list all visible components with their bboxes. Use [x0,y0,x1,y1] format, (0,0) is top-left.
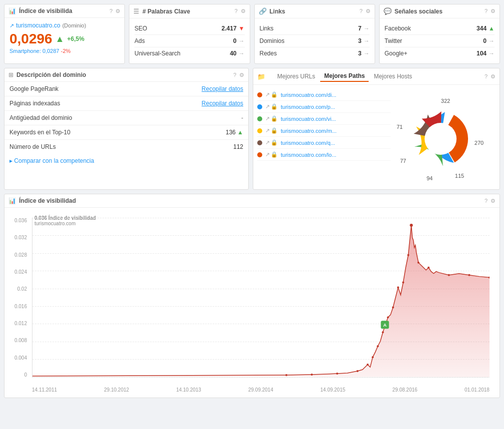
path-icons: ↗ 🔒 [265,103,278,110]
social-row: Google+104 → [385,47,495,59]
data-point [336,373,338,375]
path-icons: ↗ 🔒 [265,151,278,158]
collect-data-link[interactable]: Recopilar datos [202,100,243,107]
path-url-link[interactable]: turismocuatro.com/di... [281,92,336,98]
links-label: Redes [260,50,277,57]
path-url-link[interactable]: turismocuatro.com/p... [281,104,335,110]
keywords-rows: SEO2.417 ▼Ads0 →Universal-Search40 → [134,22,244,59]
chart-title: Índice de visibilidad [19,197,482,204]
domain-suffix: (Dominio) [62,22,86,28]
kw-label: Universal-Search [134,50,180,57]
path-url-link[interactable]: turismocuatro.com/m... [281,128,337,134]
middle-row: ⊞ Descripción del dominio ? ⚙ Google Pag… [4,68,500,190]
desc-number: 112 [233,143,243,150]
chart-plot-area: A [32,218,490,378]
path-item: ↗ 🔒 turismocuatro.com/m... [257,125,391,137]
links-value: 3 → [358,50,370,57]
best-paths-actions: ? ⚙ [481,70,500,83]
links-actions: ? ⚙ [360,8,371,14]
external-link-icon[interactable]: ↗ [265,139,270,146]
smartphone-line: Smartphone: 0,0287 -2% [9,48,119,54]
gear-icon[interactable]: ⚙ [491,8,496,14]
social-label: Google+ [385,50,408,57]
domain-desc-rows: Google PageRankRecopilar datosPáginas in… [4,82,248,154]
smartphone-change: -2% [61,48,71,54]
kw-label: Ads [134,37,145,44]
gear-icon[interactable]: ⚙ [366,8,371,14]
visibility-header: 📊 Índice de visibilida ? ⚙ [4,4,124,18]
tab-best-paths[interactable]: Mejores Paths [320,71,369,82]
path-item: ↗ 🔒 turismocuatro.com/di... [257,89,391,101]
smartphone-link[interactable]: 0,0287 [42,48,59,54]
y-label: 0.024 [9,269,29,275]
external-link-icon[interactable]: ↗ [265,115,270,122]
y-label: 0.012 [9,321,29,326]
y-label: 0 [9,372,29,378]
collect-data-link[interactable]: Recopilar datos [202,85,243,92]
y-label: 0.016 [9,304,29,309]
data-point [407,254,409,256]
chart-label-left-bottom: 77 [400,158,406,164]
domain-line: ↗ turismocuatro.co (Dominio) [9,22,119,29]
chart-widget: 📊 Índice de visibilidad ? ⚙ 0.036 Índice… [4,194,500,398]
gear-icon[interactable]: ⚙ [491,73,496,80]
tab-best-hosts[interactable]: Mejores Hosts [370,71,416,81]
question-icon[interactable]: ? [233,72,236,78]
paths-tabs: Mejores URLs Mejores Paths Mejores Hosts [269,68,481,84]
gear-icon[interactable]: ⚙ [239,72,244,78]
domain-desc-title: Descripción del dominio [16,71,230,78]
question-icon[interactable]: ? [234,8,237,14]
external-link-icon[interactable]: ↗ [265,127,270,134]
data-point [428,267,430,269]
path-url-link[interactable]: turismocuatro.com/lo... [281,152,336,158]
social-value: 104 → [477,50,495,57]
external-link-icon[interactable]: ↗ [265,103,270,110]
external-link-icon[interactable]: ↗ [265,91,270,98]
best-paths-widget: 📁 Mejores URLs Mejores Paths Mejores Hos… [253,68,500,190]
compare-link[interactable]: Comparar con la competencia [4,154,248,168]
links-row: Dominios3 → [260,35,370,47]
path-color-dot [257,92,262,97]
gear-icon[interactable]: ⚙ [491,198,496,204]
gear-icon[interactable]: ⚙ [241,8,246,14]
chart-label-right: 270 [475,140,484,146]
question-icon[interactable]: ? [109,8,112,14]
data-point [448,274,450,276]
paths-content: ↗ 🔒 turismocuatro.com/di... ↗ 🔒 turismoc… [253,85,500,189]
tab-best-urls[interactable]: Mejores URLs [273,71,319,81]
question-icon[interactable]: ? [485,198,488,204]
question-icon[interactable]: ? [360,8,363,14]
social-actions: ? ⚙ [485,8,496,14]
data-point [387,316,389,318]
desc-dash: - [241,114,243,121]
paths-list: ↗ 🔒 turismocuatro.com/di... ↗ 🔒 turismoc… [257,89,391,185]
keyword-row: Universal-Search40 → [134,47,244,59]
external-link-icon[interactable]: ↗ [265,151,270,158]
lock-icon: 🔒 [271,115,278,122]
question-icon[interactable]: ? [485,73,488,80]
lock-icon: 🔒 [271,103,278,110]
question-icon[interactable]: ? [485,8,488,14]
path-item: ↗ 🔒 turismocuatro.com/q... [257,137,391,149]
kw-value: 40 → [230,50,244,57]
y-label: 0.008 [9,338,29,343]
social-value: 344 ▲ [477,25,495,32]
chart-svg: A [32,218,490,377]
links-row: Redes3 → [260,47,370,59]
links-widget: 🔗 Links ? ⚙ Links7 →Dominios3 →Redes3 → [254,4,375,64]
path-url-link[interactable]: turismocuatro.com/vi... [281,116,336,122]
social-value: 0 → [483,37,495,44]
social-label: Twitter [385,37,402,44]
path-color-dot [257,104,262,109]
keywords-widget: ☰ # Palabras Clave ? ⚙ SEO2.417 ▼Ads0 →U… [129,4,250,64]
chart-label-top: 322 [441,98,450,104]
path-icons: ↗ 🔒 [265,127,278,134]
data-point [367,364,369,366]
path-url-link[interactable]: turismocuatro.com/q... [281,140,335,146]
x-label: 14.09.2015 [320,387,345,393]
gear-icon[interactable]: ⚙ [115,8,120,14]
desc-row: Google PageRankRecopilar datos [4,82,248,96]
domain-link[interactable]: turismocuatro.co [16,22,60,29]
score-value: 0,0296 [9,31,52,47]
visibility-widget: 📊 Índice de visibilida ? ⚙ ↗ turismocuat… [4,4,125,64]
